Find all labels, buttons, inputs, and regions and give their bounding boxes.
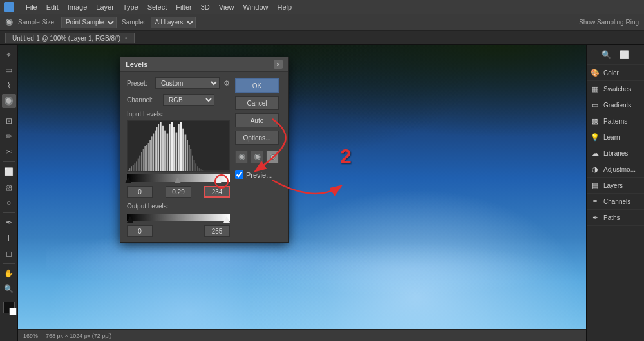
black-eyedropper[interactable]: 🔘 (235, 151, 248, 163)
preview-checkbox[interactable] (235, 170, 243, 179)
swatches-panel[interactable]: ▦ Swatches (587, 81, 644, 97)
black-point-input[interactable] (127, 186, 153, 198)
swatches-label: Swatches (603, 86, 631, 93)
layers-panel[interactable]: ▤ Layers (587, 178, 644, 194)
sample-size-select[interactable]: Point Sample (61, 17, 117, 28)
input-levels-label: Input Levels: (127, 111, 230, 118)
menu-type[interactable]: Type (123, 3, 138, 11)
options-button[interactable]: Options... (235, 131, 279, 145)
eraser-tool[interactable]: ⬜ (2, 165, 16, 179)
svg-rect-20 (162, 126, 164, 171)
right-panel: 🔍 ⬜ 🎨 Color ▦ Swatches ▭ Gradients ▩ Pat… (586, 45, 644, 341)
output-black-input[interactable] (127, 225, 153, 237)
menu-edit[interactable]: Edit (46, 3, 59, 11)
output-slider[interactable] (127, 212, 230, 223)
lasso-tool[interactable]: ⌇ (2, 78, 16, 93)
svg-rect-4 (135, 163, 136, 171)
shape-tool[interactable]: ◻ (2, 246, 16, 261)
input-slider[interactable] (127, 173, 230, 183)
zoom-tool[interactable]: 🔍 (2, 282, 16, 296)
pen-tool[interactable]: ✒ (2, 216, 16, 230)
hand-tool[interactable]: ✋ (2, 266, 16, 281)
tree-overlay (18, 45, 586, 208)
preview-label: Previe... (246, 171, 272, 179)
midtone-thumb[interactable] (175, 177, 181, 183)
menu-layer[interactable]: Layer (96, 3, 114, 11)
marquee-tool[interactable]: ▭ (2, 63, 16, 77)
menu-select[interactable]: Select (147, 3, 167, 11)
paths-panel[interactable]: ✒ Paths (587, 210, 644, 226)
crop-tool[interactable]: ⊡ (2, 114, 16, 128)
svg-rect-26 (176, 133, 178, 171)
eyedropper-tool[interactable]: 🔘 (2, 94, 16, 108)
dodge-tool[interactable]: ○ (2, 196, 16, 210)
eyedropper-icon: 🔘 (5, 19, 13, 26)
svg-rect-6 (138, 159, 139, 172)
svg-rect-11 (146, 145, 147, 171)
gradient-tool[interactable]: ▧ (2, 180, 16, 194)
svg-rect-3 (133, 165, 134, 171)
white-point-input[interactable] (204, 186, 230, 198)
sample-select[interactable]: All Layers (151, 17, 196, 28)
ok-button[interactable]: OK (235, 78, 279, 93)
clone-tool[interactable]: ✂ (2, 145, 16, 159)
white-point-thumb[interactable] (215, 177, 222, 183)
svg-rect-40 (202, 170, 204, 171)
menu-file[interactable]: File (26, 3, 37, 11)
menu-filter[interactable]: Filter (176, 3, 191, 11)
auto-button[interactable]: Auto (235, 113, 279, 127)
dialog-title: Levels (126, 60, 147, 68)
cancel-button[interactable]: Cancel (235, 96, 279, 110)
menu-window[interactable]: Window (243, 3, 268, 11)
learn-panel[interactable]: 💡 Learn (587, 129, 644, 145)
dialog-right-panel: OK Cancel Auto Options... 🔘 🔘 🔘 (235, 77, 281, 237)
libraries-panel[interactable]: ☁ Libraries (587, 145, 644, 161)
white-eyedropper[interactable]: 🔘 (266, 151, 279, 163)
output-white-input[interactable] (204, 225, 230, 237)
menu-image[interactable]: Image (68, 3, 88, 11)
svg-rect-8 (141, 152, 142, 171)
output-white-thumb[interactable] (223, 216, 230, 223)
svg-rect-22 (167, 134, 169, 172)
tab-title: Untitled-1 @ 100% (Layer 1, RGB/8#) (12, 35, 120, 42)
panel-search-icon[interactable]: 🔍 (600, 48, 614, 62)
layers-icon: ▤ (591, 181, 600, 190)
panel-layout-icon[interactable]: ⬜ (618, 48, 632, 62)
text-tool[interactable]: T (2, 231, 16, 245)
brush-tool[interactable]: ✏ (2, 129, 16, 143)
menu-view[interactable]: View (219, 3, 234, 11)
menu-3d[interactable]: 3D (201, 3, 210, 11)
dialog-title-bar[interactable]: Levels × (120, 57, 288, 72)
adjustments-panel[interactable]: ◑ Adjustmo... (587, 161, 644, 178)
gradients-panel[interactable]: ▭ Gradients (587, 97, 644, 113)
gray-eyedropper[interactable]: 🔘 (251, 151, 263, 163)
canvas-area[interactable]: Levels × Preset: Custom ⚙ (18, 45, 586, 341)
channel-select[interactable]: RGB (163, 94, 214, 106)
svg-rect-0 (128, 170, 129, 171)
black-point-thumb[interactable] (125, 177, 131, 183)
show-ring-label: Show Sampling Ring (579, 19, 639, 26)
preset-select[interactable]: Custom (155, 77, 220, 89)
output-black-thumb[interactable] (127, 216, 133, 223)
foreground-color[interactable] (3, 302, 15, 313)
output-values-row (127, 225, 230, 237)
learn-label: Learn (603, 134, 620, 141)
document-tab[interactable]: Untitled-1 @ 100% (Layer 1, RGB/8#) × (5, 33, 135, 43)
gear-icon[interactable]: ⚙ (223, 79, 230, 88)
patterns-panel[interactable]: ▩ Patterns (587, 113, 644, 129)
background-color[interactable] (9, 308, 17, 315)
midtone-input[interactable] (166, 186, 191, 198)
dialog-close-button[interactable]: × (274, 60, 283, 69)
tab-close-button[interactable]: × (124, 35, 128, 41)
svg-rect-12 (148, 143, 149, 171)
channels-icon: ≡ (591, 197, 600, 206)
adjustments-icon: ◑ (591, 165, 600, 174)
menu-help[interactable]: Help (278, 3, 292, 11)
move-tool[interactable]: ⌖ (2, 48, 16, 62)
channels-label: Channels (603, 198, 630, 205)
panel-top-icons: 🔍 ⬜ (587, 45, 644, 65)
channels-panel[interactable]: ≡ Channels (587, 194, 644, 210)
paths-icon: ✒ (591, 213, 600, 222)
svg-rect-38 (199, 168, 200, 171)
color-panel[interactable]: 🎨 Color (587, 65, 644, 81)
